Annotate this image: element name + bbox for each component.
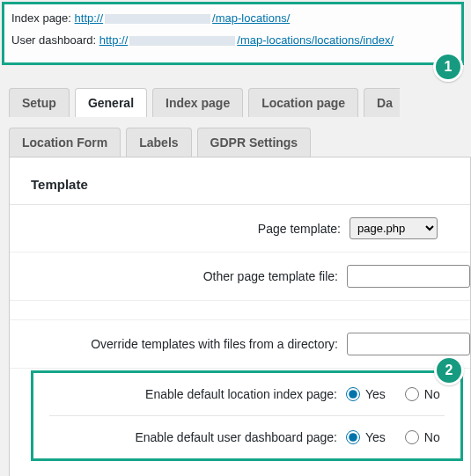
url-info-callout: Index page: http:///map-locations/ User … <box>2 2 464 65</box>
spacer-row <box>10 301 470 320</box>
enable-dashboard-no-radio[interactable] <box>405 430 419 444</box>
enable-dashboard-yes-radio[interactable] <box>346 430 360 444</box>
enable-dashboard-no[interactable]: No <box>405 430 440 444</box>
enable-pages-callout: 2 Enable default location index page: Ye… <box>31 370 463 461</box>
redacted-host <box>129 36 235 46</box>
tab-location-page[interactable]: Location page <box>248 88 358 117</box>
index-page-label: Index page: <box>11 11 71 25</box>
override-dir-row: Override templates with files from a dir… <box>10 320 470 369</box>
user-dashboard-link[interactable]: http:///map-locations/locations/index/ <box>99 33 394 47</box>
other-template-input[interactable] <box>347 265 470 288</box>
enable-index-label: Enable default location index page: <box>33 387 346 401</box>
enable-dashboard-row: Enable default user dashboard page: Yes … <box>33 416 460 458</box>
enable-index-row: Enable default location index page: Yes … <box>33 373 460 415</box>
enable-index-no-radio[interactable] <box>405 387 419 401</box>
redacted-host <box>105 14 210 24</box>
enable-index-yes[interactable]: Yes <box>346 387 386 401</box>
tab-setup[interactable]: Setup <box>9 88 70 117</box>
index-page-row: Index page: http:///map-locations/ <box>11 11 454 25</box>
template-section-title: Template <box>10 177 470 205</box>
page-template-select[interactable]: page.php <box>350 217 438 239</box>
page-template-row: Page template: page.php <box>10 205 470 253</box>
override-dir-label: Override templates with files from a dir… <box>10 337 347 351</box>
override-dir-input[interactable] <box>347 333 470 355</box>
enable-dashboard-label: Enable default user dashboard page: <box>33 430 346 444</box>
enable-index-yes-radio[interactable] <box>346 387 360 401</box>
annotation-badge-1: 1 <box>433 52 463 82</box>
tab-labels[interactable]: Labels <box>126 128 191 157</box>
user-dashboard-label: User dashboard: <box>11 33 96 47</box>
index-page-link[interactable]: http:///map-locations/ <box>75 11 291 25</box>
user-dashboard-row: User dashboard: http:///map-locations/lo… <box>11 33 454 47</box>
other-template-label: Other page template file: <box>10 269 347 283</box>
tab-gdpr-settings[interactable]: GDPR Settings <box>197 128 312 157</box>
tab-location-form[interactable]: Location Form <box>9 128 121 157</box>
tab-data-truncated[interactable]: Da <box>364 88 400 117</box>
enable-dashboard-yes[interactable]: Yes <box>346 430 386 444</box>
page-template-label: Page template: <box>10 222 350 236</box>
annotation-badge-2: 2 <box>434 355 464 385</box>
tab-general[interactable]: General <box>75 88 147 117</box>
general-panel: Template Page template: page.php Other p… <box>9 157 471 476</box>
enable-index-no[interactable]: No <box>405 387 440 401</box>
tab-index-page[interactable]: Index page <box>152 88 243 117</box>
settings-tabs: Setup General Index page Location page D… <box>9 88 471 157</box>
other-template-row: Other page template file: <box>10 253 470 301</box>
